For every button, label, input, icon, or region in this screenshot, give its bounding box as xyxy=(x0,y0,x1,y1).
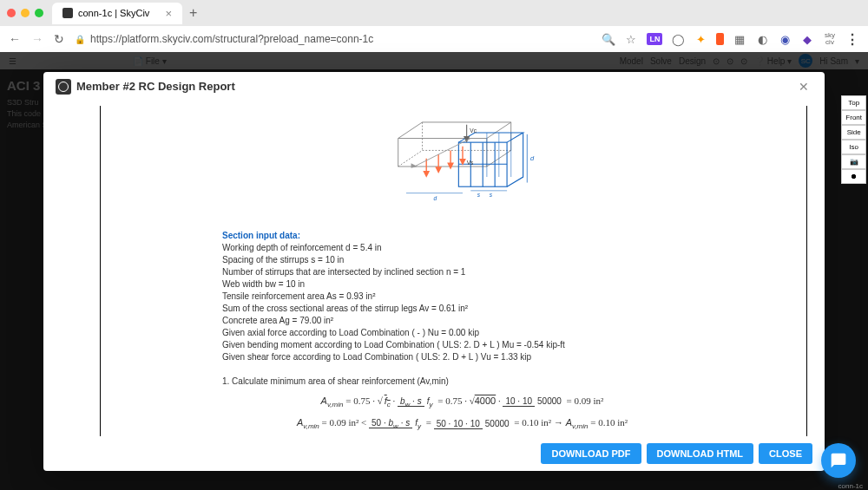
close-window-icon[interactable] xyxy=(7,9,16,17)
browser-toolbar: 🔍 ☆ LN ◯ ✦ ▦ ◐ ◉ ◆ skyciv ⋮ xyxy=(602,31,859,48)
download-html-button[interactable]: DOWNLOAD HTML xyxy=(647,443,754,464)
modal-footer: DOWNLOAD PDF DOWNLOAD HTML CLOSE xyxy=(43,436,825,471)
calc-step-1: 1. Calculate minimum area of shear reinf… xyxy=(222,376,702,388)
extension-icon-4[interactable]: ◐ xyxy=(755,32,769,46)
svg-text:Vc: Vc xyxy=(470,127,477,134)
forward-button[interactable]: → xyxy=(31,32,43,46)
section-heading: Section input data: xyxy=(222,230,702,242)
report-line: Web width bw = 10 in xyxy=(222,278,702,291)
record-icon[interactable]: ⏺ xyxy=(841,169,866,184)
skyciv-logo-icon xyxy=(56,79,71,95)
report-line: Given axial force according to Load Comb… xyxy=(222,327,702,339)
report-line: Given bending moment according to Load C… xyxy=(222,339,702,351)
camera-icon[interactable]: 📷 xyxy=(841,154,866,169)
extension-icon-1[interactable]: ◯ xyxy=(671,32,685,46)
extension-icon-5[interactable]: ◉ xyxy=(778,32,792,46)
svg-text:s: s xyxy=(477,192,480,198)
svg-marker-11 xyxy=(436,167,441,172)
report-line: Number of stirrups that are intersected … xyxy=(222,266,702,278)
report-line: Tensile reinforcement area As = 0.93 in² xyxy=(222,291,702,303)
address-bar: ← → ↻ 🔒 https://platform.skyciv.com/stru… xyxy=(0,26,868,52)
minimize-window-icon[interactable] xyxy=(21,9,30,17)
new-tab-button[interactable]: + xyxy=(189,5,197,21)
extension-badge-2[interactable] xyxy=(716,33,724,45)
lock-icon: 🔒 xyxy=(75,35,85,44)
svg-marker-15 xyxy=(460,159,465,164)
report-line: Concrete area Ag = 79.00 in² xyxy=(222,315,702,327)
view-front-button[interactable]: Front xyxy=(841,110,866,125)
equation-1: Av,min = 0.75 · √fc · bw · sfy = 0.75 · … xyxy=(222,395,702,410)
svg-text:Vs: Vs xyxy=(466,160,473,166)
view-top-button[interactable]: Top xyxy=(841,95,866,110)
download-pdf-button[interactable]: DOWNLOAD PDF xyxy=(541,443,641,464)
footer-version: conn-1c xyxy=(838,482,863,490)
modal-body[interactable]: Vs Vc d xyxy=(43,101,825,436)
extension-icon-3[interactable]: ▦ xyxy=(733,32,746,46)
modal-title: Member #2 RC Design Report xyxy=(76,80,235,93)
report-line: Working depth of reinforcement d = 5.4 i… xyxy=(222,242,702,254)
skyciv-ext-icon[interactable]: skyciv xyxy=(823,32,837,46)
tab-title: conn-1c | SkyCiv xyxy=(78,8,149,18)
extension-icon-2[interactable]: ✦ xyxy=(694,32,707,46)
beam-diagram: Vs Vc d xyxy=(222,110,702,223)
svg-marker-9 xyxy=(424,171,429,176)
close-button[interactable]: CLOSE xyxy=(759,443,812,464)
browser-tab[interactable]: conn-1c | SkyCiv × xyxy=(52,3,182,24)
star-icon[interactable]: ☆ xyxy=(624,32,638,46)
report-line: Sum of the cross sectional areas of the … xyxy=(222,303,702,315)
browser-chrome: conn-1c | SkyCiv × + ← → ↻ 🔒 https://pla… xyxy=(0,0,868,53)
view-controls: Top Front Side Iso 📷 ⏺ xyxy=(841,95,866,184)
tab-bar: conn-1c | SkyCiv × + xyxy=(0,0,868,26)
svg-text:d: d xyxy=(433,195,437,201)
svg-text:d: d xyxy=(530,154,535,161)
view-side-button[interactable]: Side xyxy=(841,125,866,140)
tab-close-icon[interactable]: × xyxy=(165,7,172,20)
tab-favicon xyxy=(62,8,73,18)
more-icon[interactable]: ⋮ xyxy=(845,31,859,48)
modal-header: Member #2 RC Design Report ✕ xyxy=(43,72,825,101)
report-line: Spacing of the stirrups s = 10 in xyxy=(222,254,702,266)
report-line: Given shear force according to Load Comb… xyxy=(222,351,702,363)
svg-marker-13 xyxy=(448,163,453,168)
maximize-window-icon[interactable] xyxy=(35,9,43,17)
view-iso-button[interactable]: Iso xyxy=(841,140,866,154)
extension-badge[interactable]: LN xyxy=(647,33,662,45)
equation-2: Av,min = 0.09 in² < 50 · bw · sfy = 50 ·… xyxy=(222,416,702,432)
extension-icon-6[interactable]: ◆ xyxy=(800,32,814,46)
modal-overlay: Member #2 RC Design Report ✕ xyxy=(0,52,868,490)
back-button[interactable]: ← xyxy=(9,32,21,46)
intercom-launcher[interactable] xyxy=(821,443,856,478)
window-controls[interactable] xyxy=(7,9,43,17)
url-field[interactable]: 🔒 https://platform.skyciv.com/structural… xyxy=(75,33,591,45)
report-modal: Member #2 RC Design Report ✕ xyxy=(43,72,825,471)
url-text: https://platform.skyciv.com/structural?p… xyxy=(90,33,373,45)
search-icon[interactable]: 🔍 xyxy=(602,32,615,46)
svg-text:s: s xyxy=(489,192,492,198)
modal-close-button[interactable]: ✕ xyxy=(795,80,812,94)
report-page: Vs Vc d xyxy=(100,106,807,436)
reload-button[interactable]: ↻ xyxy=(54,32,64,46)
